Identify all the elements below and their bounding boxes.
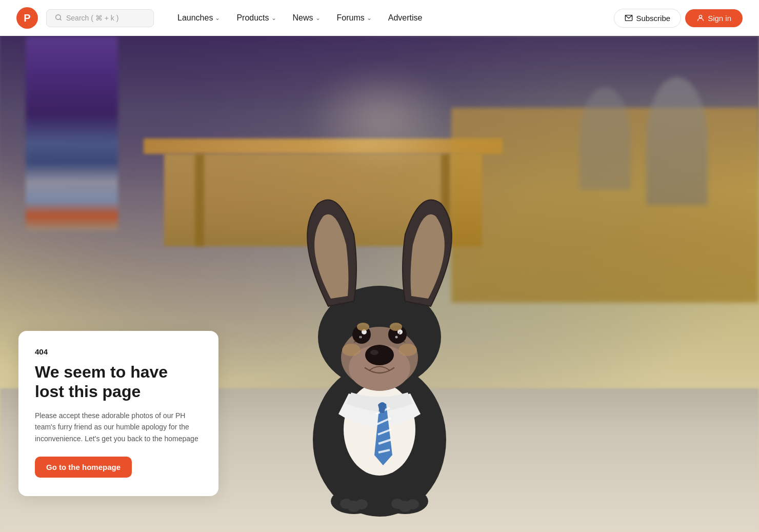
search-icon xyxy=(55,14,62,23)
svg-point-21 xyxy=(355,499,368,509)
chevron-down-icon: ⌄ xyxy=(315,14,321,22)
svg-point-15 xyxy=(365,345,394,365)
envelope-icon xyxy=(625,14,633,22)
svg-point-14 xyxy=(395,336,398,339)
search-placeholder-text: Search ( ⌘ + k ) xyxy=(66,14,118,22)
chevron-down-icon: ⌄ xyxy=(215,14,220,22)
svg-point-3 xyxy=(699,15,702,18)
svg-point-27 xyxy=(342,344,361,356)
error-title: We seem to have lost this page xyxy=(35,362,202,402)
dog-image xyxy=(251,142,508,532)
svg-point-26 xyxy=(390,323,402,331)
error-description: Please accept these adorable photos of o… xyxy=(35,410,202,444)
subscribe-button[interactable]: Subscribe xyxy=(614,9,681,28)
svg-point-16 xyxy=(370,350,378,355)
nav-item-forums[interactable]: Forums ⌄ xyxy=(330,9,379,27)
logo-letter: P xyxy=(24,12,30,24)
svg-point-28 xyxy=(398,344,417,356)
nav-links: Launches ⌄ Products ⌄ News ⌄ Forums ⌄ Ad… xyxy=(170,9,429,27)
error-code: 404 xyxy=(35,347,202,356)
error-card: 404 We seem to have lost this page Pleas… xyxy=(18,331,218,496)
svg-line-1 xyxy=(60,18,62,20)
svg-point-25 xyxy=(357,323,369,331)
chevron-down-icon: ⌄ xyxy=(271,14,276,22)
user-icon xyxy=(696,14,705,22)
svg-point-24 xyxy=(407,499,419,509)
go-to-homepage-button[interactable]: Go to the homepage xyxy=(35,457,132,478)
nav-item-news[interactable]: News ⌄ xyxy=(286,9,328,27)
signin-button[interactable]: Sign in xyxy=(685,9,743,27)
nav-item-products[interactable]: Products ⌄ xyxy=(229,9,283,27)
search-bar[interactable]: Search ( ⌘ + k ) xyxy=(46,9,154,27)
nav-item-launches[interactable]: Launches ⌄ xyxy=(170,9,227,27)
chevron-down-icon: ⌄ xyxy=(367,14,372,22)
logo[interactable]: P xyxy=(16,7,38,29)
nav-item-advertise[interactable]: Advertise xyxy=(381,9,430,27)
navbar: P Search ( ⌘ + k ) Launches ⌄ Products ⌄… xyxy=(0,0,759,36)
